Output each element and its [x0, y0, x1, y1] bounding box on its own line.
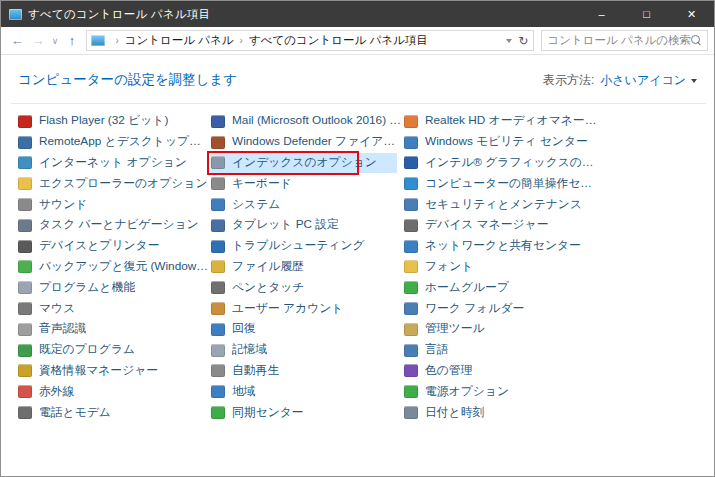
remoteapp-desktop-connections-icon — [18, 136, 32, 149]
breadcrumb-separator: › — [115, 35, 118, 46]
control-panel-item-language[interactable]: 言語 — [404, 340, 597, 361]
control-panel-item-keyboard[interactable]: キーボード — [211, 173, 404, 194]
breadcrumb-control-panel-icon — [91, 35, 105, 46]
windows-defender-firewall-icon — [211, 136, 225, 149]
control-panel-item-tablet-pc-settings[interactable]: タブレット PC 設定 — [211, 215, 404, 236]
control-panel-item-date-time[interactable]: 日付と時刻 — [404, 402, 597, 423]
back-button[interactable]: ← — [7, 33, 28, 48]
item-label: インテル® グラフィックスの設定 — [425, 155, 597, 171]
control-panel-item-sound[interactable]: サウンド — [18, 194, 211, 215]
item-label: プログラムと機能 — [39, 280, 135, 296]
control-panel-item-mail-outlook[interactable]: Mail (Microsoft Outlook 2016) (32 ビ... — [211, 111, 404, 132]
control-panel-item-work-folders[interactable]: ワーク フォルダー — [404, 298, 597, 319]
item-label: 言語 — [425, 342, 449, 358]
control-panel-item-remoteapp-desktop-connections[interactable]: RemoteApp とデスクトップ接続 — [18, 132, 211, 153]
control-panel-item-system[interactable]: システム — [211, 194, 404, 215]
control-panel-item-fonts[interactable]: フォント — [404, 257, 597, 278]
control-panel-items-grid: Flash Player (32 ビット)RemoteApp とデスクトップ接続… — [1, 104, 714, 423]
breadcrumb-all-items[interactable]: すべてのコントロール パネル項目 — [249, 33, 428, 48]
control-panel-item-troubleshooting[interactable]: トラブルシューティング — [211, 236, 404, 257]
item-label: 記憶域 — [232, 342, 267, 358]
view-by-caret-icon[interactable] — [691, 79, 697, 83]
control-panel-item-realtek-hd-audio-manager[interactable]: Realtek HD オーディオマネージャ — [404, 111, 597, 132]
control-panel-item-programs-features[interactable]: プログラムと機能 — [18, 277, 211, 298]
control-panel-item-backup-restore[interactable]: バックアップと復元 (Windows 7) — [18, 257, 211, 278]
control-panel-item-autoplay[interactable]: 自動再生 — [211, 361, 404, 382]
control-panel-item-mouse[interactable]: マウス — [18, 298, 211, 319]
item-label: ネットワークと共有センター — [425, 238, 581, 254]
control-panel-item-storage-spaces[interactable]: 記憶域 — [211, 340, 404, 361]
control-panel-item-internet-options[interactable]: インターネット オプション — [18, 153, 211, 174]
search-box[interactable]: コントロール パネルの検索 — [541, 30, 708, 51]
view-by-value[interactable]: 小さいアイコン — [600, 72, 686, 89]
control-panel-item-homegroup[interactable]: ホームグループ — [404, 277, 597, 298]
items-column-2: Mail (Microsoft Outlook 2016) (32 ビ...Wi… — [211, 111, 404, 423]
control-panel-item-flash-player[interactable]: Flash Player (32 ビット) — [18, 111, 211, 132]
item-label: トラブルシューティング — [232, 238, 365, 254]
control-panel-item-administrative-tools[interactable]: 管理ツール — [404, 319, 597, 340]
control-panel-item-windows-defender-firewall[interactable]: Windows Defender ファイアウォール — [211, 132, 404, 153]
windows-mobility-center-icon — [404, 136, 418, 149]
control-panel-item-device-manager[interactable]: デバイス マネージャー — [404, 215, 597, 236]
control-panel-item-explorer-options[interactable]: エクスプローラーのオプション — [18, 173, 211, 194]
search-icon — [691, 35, 702, 46]
storage-spaces-icon — [211, 344, 225, 357]
user-accounts-icon — [211, 302, 225, 315]
address-bar[interactable]: › コントロール パネル › すべてのコントロール パネル項目 ↻ — [86, 30, 534, 51]
control-panel-item-pen-touch[interactable]: ペンとタッチ — [211, 277, 404, 298]
control-panel-item-security-maintenance[interactable]: セキュリティとメンテナンス — [404, 194, 597, 215]
items-column-1: Flash Player (32 ビット)RemoteApp とデスクトップ接続… — [18, 111, 211, 423]
control-panel-item-power-options[interactable]: 電源オプション — [404, 381, 597, 402]
item-label: タスク バーとナビゲーション — [39, 217, 199, 233]
devices-printers-icon — [18, 240, 32, 253]
tablet-pc-settings-icon — [211, 219, 225, 232]
default-programs-icon — [18, 344, 32, 357]
control-panel-item-windows-mobility-center[interactable]: Windows モビリティ センター — [404, 132, 597, 153]
maximize-button[interactable]: □ — [624, 1, 669, 27]
control-panel-item-phone-modem[interactable]: 電話とモデム — [18, 402, 211, 423]
minimize-button[interactable]: – — [579, 1, 624, 27]
search-input[interactable]: コントロール パネルの検索 — [547, 33, 691, 48]
device-manager-icon — [404, 219, 418, 232]
system-icon — [211, 198, 225, 211]
control-panel-item-infrared[interactable]: 赤外線 — [18, 381, 211, 402]
control-panel-item-recovery[interactable]: 回復 — [211, 319, 404, 340]
control-panel-item-sync-center[interactable]: 同期センター — [211, 402, 404, 423]
control-panel-item-devices-printers[interactable]: デバイスとプリンター — [18, 236, 211, 257]
power-options-icon — [404, 385, 418, 398]
items-column-3: Realtek HD オーディオマネージャWindows モビリティ センターイ… — [404, 111, 597, 423]
item-label: ペンとタッチ — [232, 280, 304, 296]
address-dropdown-icon[interactable] — [506, 39, 512, 43]
control-panel-item-credential-manager[interactable]: 資格情報マネージャー — [18, 361, 211, 382]
item-label: キーボード — [232, 176, 292, 192]
forward-button[interactable]: → — [28, 33, 49, 48]
item-label: セキュリティとメンテナンス — [425, 197, 582, 213]
control-panel-item-color-management[interactable]: 色の管理 — [404, 361, 597, 382]
breadcrumb-separator: › — [240, 35, 243, 46]
close-button[interactable]: ✕ — [669, 1, 714, 27]
control-panel-item-user-accounts[interactable]: ユーザー アカウント — [211, 298, 404, 319]
homegroup-icon — [404, 281, 418, 294]
control-panel-item-file-history[interactable]: ファイル履歴 — [211, 257, 404, 278]
control-panel-item-speech-recognition[interactable]: 音声認識 — [18, 319, 211, 340]
realtek-hd-audio-manager-icon — [404, 115, 418, 128]
item-label: ファイル履歴 — [232, 259, 304, 275]
control-panel-item-region[interactable]: 地域 — [211, 381, 404, 402]
control-panel-item-indexing-options[interactable]: インデックスのオプション — [211, 153, 397, 174]
control-panel-item-intel-graphics-settings[interactable]: インテル® グラフィックスの設定 — [404, 153, 597, 174]
item-label: 日付と時刻 — [425, 405, 484, 421]
item-label: Windows モビリティ センター — [425, 134, 588, 150]
refresh-icon[interactable]: ↻ — [518, 34, 528, 48]
history-dropdown-icon[interactable]: ∨ — [48, 36, 61, 46]
internet-options-icon — [18, 156, 32, 169]
work-folders-icon — [404, 302, 418, 315]
control-panel-item-ease-of-access-center[interactable]: コンピューターの簡単操作センター — [404, 173, 597, 194]
item-label: Windows Defender ファイアウォール — [232, 134, 404, 150]
language-icon — [404, 344, 418, 357]
item-label: 色の管理 — [425, 363, 472, 379]
control-panel-item-default-programs[interactable]: 既定のプログラム — [18, 340, 211, 361]
up-button[interactable]: ↑ — [62, 33, 83, 48]
breadcrumb-control-panel[interactable]: コントロール パネル — [125, 33, 234, 48]
control-panel-item-network-sharing-center[interactable]: ネットワークと共有センター — [404, 236, 597, 257]
control-panel-item-taskbar-navigation[interactable]: タスク バーとナビゲーション — [18, 215, 211, 236]
